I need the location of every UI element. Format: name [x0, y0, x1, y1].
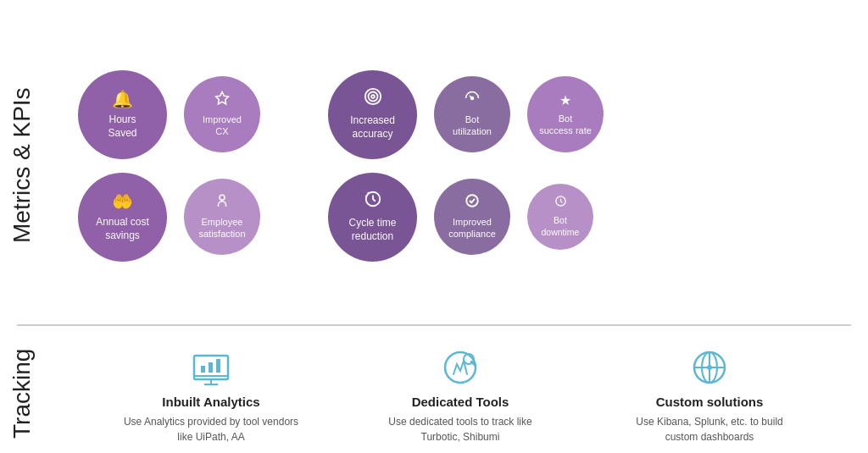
- circle-label: Botdowntime: [542, 215, 580, 238]
- circle-improved-cx: ImprovedCX: [184, 76, 260, 152]
- circle-label: Botutilization: [453, 113, 492, 138]
- custom-desc: Use Kibana, Splunk, etc. to build custom…: [620, 414, 798, 445]
- circle-improved-compliance: Improvedcompliance: [434, 179, 510, 255]
- tracking-section: Tracking Inbuilt Analytics Use A: [0, 326, 868, 453]
- main-container: Metrics & KPIs 🔔 HoursSaved ImprovedCX: [0, 0, 868, 453]
- person-icon: [214, 193, 230, 213]
- svg-point-2: [368, 92, 377, 102]
- analytics-desc: Use Analytics provided by tool vendors l…: [122, 414, 300, 445]
- tools-icon: [440, 347, 481, 388]
- circle-label: HoursSaved: [108, 113, 136, 140]
- circles-row-2: 🤲 Annual costsavings Employeesatisfactio…: [78, 173, 843, 262]
- svg-rect-15: [216, 359, 220, 373]
- metrics-section: Metrics & KPIs 🔔 HoursSaved ImprovedCX: [0, 0, 868, 324]
- circle-increased-accuracy: Increasedaccuracy: [328, 70, 417, 159]
- circles-row-1: 🔔 HoursSaved ImprovedCX: [78, 70, 843, 159]
- star-outline-icon: [214, 91, 230, 111]
- circle-bot-utilization: Botutilization: [434, 76, 510, 152]
- circle-employee-satisfaction: Employeesatisfaction: [184, 179, 260, 255]
- svg-point-22: [707, 365, 712, 370]
- circle-label: ImprovedCX: [203, 113, 242, 138]
- svg-point-4: [471, 97, 474, 100]
- circle-label: Cycle timereduction: [348, 217, 396, 243]
- star-filled-icon: ★: [559, 92, 571, 110]
- circle-label: Increasedaccuracy: [350, 114, 395, 141]
- circle-label: Improvedcompliance: [448, 216, 496, 240]
- svg-marker-0: [216, 92, 229, 104]
- analytics-icon: [191, 347, 231, 388]
- metrics-label: Metrics & KPIs: [0, 15, 53, 316]
- circle-label: Botsuccess rate: [539, 113, 592, 137]
- circle-annual-cost-savings: 🤲 Annual costsavings: [78, 173, 167, 262]
- svg-point-5: [220, 196, 225, 201]
- custom-title: Custom solutions: [656, 395, 764, 409]
- target-icon: [364, 87, 382, 111]
- circle-bot-downtime: Botdowntime: [527, 184, 593, 250]
- check-circle-icon: [465, 193, 480, 213]
- circle-bot-success-rate: ★ Botsuccess rate: [527, 76, 604, 152]
- circles-area: 🔔 HoursSaved ImprovedCX: [53, 15, 868, 316]
- circle-cycle-time-reduction: Cycle timereduction: [328, 173, 417, 262]
- tracking-label: Tracking: [0, 334, 53, 453]
- tracking-item-analytics: Inbuilt Analytics Use Analytics provided…: [122, 347, 300, 445]
- hands-icon: 🤲: [112, 191, 133, 213]
- svg-rect-14: [209, 362, 213, 373]
- cycle-icon: [364, 190, 382, 213]
- circle-hours-saved: 🔔 HoursSaved: [78, 70, 167, 159]
- svg-point-16: [445, 352, 476, 383]
- analytics-title: Inbuilt Analytics: [162, 395, 259, 409]
- svg-rect-13: [201, 366, 205, 373]
- bell-icon: 🔔: [112, 88, 133, 110]
- tracking-item-custom: Custom solutions Use Kibana, Splunk, etc…: [620, 347, 798, 445]
- tools-desc: Use dedicated tools to track like Turbot…: [371, 414, 549, 445]
- tools-title: Dedicated Tools: [412, 395, 509, 409]
- circle-label: Annual costsavings: [96, 216, 149, 242]
- clock-icon: [554, 195, 567, 213]
- tracking-items: Inbuilt Analytics Use Analytics provided…: [53, 334, 868, 453]
- tracking-item-tools: Dedicated Tools Use dedicated tools to t…: [371, 347, 549, 445]
- svg-point-3: [371, 96, 375, 99]
- globe-icon: [689, 347, 730, 388]
- speedometer-icon: [465, 91, 480, 111]
- circle-label: Employeesatisfaction: [198, 216, 245, 240]
